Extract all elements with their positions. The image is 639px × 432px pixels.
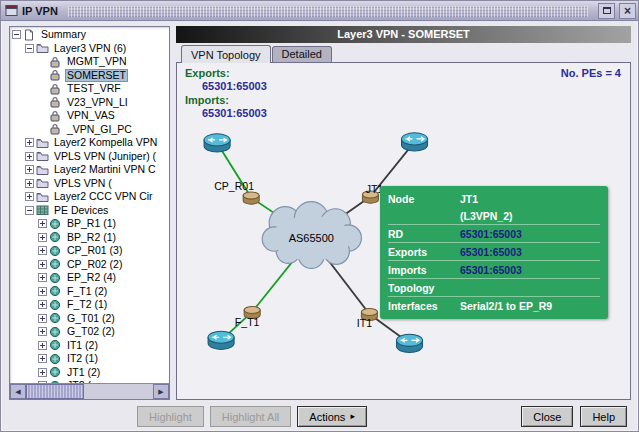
pe-device-icon [49, 245, 62, 257]
pe-router-icon[interactable] [396, 334, 422, 352]
tree-item[interactable]: Layer2 Martini VPN C [10, 163, 169, 177]
pe-device-icon [49, 339, 62, 351]
tree-item[interactable]: Layer2 CCC VPN Cir [10, 190, 169, 204]
tree-expand-icon[interactable] [38, 300, 47, 309]
tree-item-label[interactable]: F_T2 (1) [65, 298, 109, 311]
titlebar-close-button[interactable]: × [619, 3, 636, 19]
tree-item-label[interactable]: CP_R01 (3) [65, 244, 124, 257]
tree-item[interactable]: VPN_VAS [10, 109, 169, 123]
tree-item[interactable]: CP_R01 (3) [10, 244, 169, 258]
tree-item-label[interactable]: G_T01 (2) [65, 312, 117, 325]
tree-item-label[interactable]: EP_R2 (4) [65, 271, 118, 284]
tree-item[interactable]: Layer3 VPN (6) [10, 42, 169, 56]
tree-item[interactable]: SOMERSET [10, 69, 169, 83]
tree-expand-icon[interactable] [38, 273, 47, 282]
tree-item-label[interactable]: F_T1 (2) [65, 285, 109, 298]
tree-expand-icon[interactable] [38, 260, 47, 269]
tree-item-label[interactable]: VPLS VPN (Juniper) ( [52, 150, 158, 163]
tree-item[interactable]: BP_R1 (1) [10, 217, 169, 231]
help-button[interactable]: Help [580, 406, 627, 427]
tree-item-label[interactable]: TEST_VRF [65, 82, 123, 95]
tab-vpn-topology[interactable]: VPN Topology [181, 45, 271, 63]
vpn-lock-icon [49, 110, 62, 122]
tree-collapse-icon[interactable] [12, 30, 21, 39]
tree-item[interactable]: BP_R2 (1) [10, 231, 169, 245]
maximize-button[interactable] [598, 3, 615, 19]
tree-expand-icon[interactable] [38, 354, 47, 363]
tab-detailed[interactable]: Detailed [272, 46, 332, 62]
tree-expand-icon[interactable] [25, 152, 34, 161]
tree-item-label[interactable]: _VPN_GI_PC [65, 123, 134, 136]
tree-expand-icon[interactable] [38, 246, 47, 255]
tree-item[interactable]: Layer2 Kompella VPN [10, 136, 169, 150]
tree-expand-icon[interactable] [25, 192, 34, 201]
tree-item-label[interactable]: IT1 (2) [65, 339, 100, 352]
tree-item-label[interactable]: BP_R1 (1) [65, 217, 118, 230]
scroll-left-button[interactable]: ◀ [10, 384, 26, 399]
tree-item[interactable]: F_T2 (1) [10, 298, 169, 312]
tree-item[interactable]: G_T01 (2) [10, 312, 169, 326]
tree-item-label[interactable]: IT2 (1) [65, 352, 100, 365]
tree-item-label[interactable]: Summary [39, 28, 88, 41]
tree-item[interactable]: VPLS VPN ( [10, 177, 169, 191]
tree-expand-icon[interactable] [38, 314, 47, 323]
pe-router-icon[interactable] [208, 331, 234, 349]
pe-router-icon[interactable] [204, 134, 230, 152]
tree-item[interactable]: JT1 (2) [10, 366, 169, 380]
tree-item[interactable]: PE Devices [10, 204, 169, 218]
tree-expand-icon[interactable] [25, 165, 34, 174]
tree-item[interactable]: CP_R02 (2) [10, 258, 169, 272]
tree-item-label[interactable]: BP_R2 (1) [65, 231, 118, 244]
scrollbar-thumb[interactable] [26, 384, 84, 399]
tree-item-label[interactable]: Layer3 VPN (6) [52, 42, 128, 55]
tree-expand-icon[interactable] [38, 233, 47, 242]
highlight-button[interactable]: Highlight [137, 406, 204, 427]
tree-item-label[interactable]: SOMERSET [65, 69, 128, 82]
tree-item-label[interactable]: MGMT_VPN [65, 55, 129, 68]
tree-item[interactable]: V23_VPN_LI [10, 96, 169, 110]
tree-item-label[interactable]: PE Devices [52, 204, 110, 217]
ce-router-icon[interactable] [243, 192, 259, 204]
tree-item[interactable]: Summary [10, 28, 169, 42]
highlight-all-button[interactable]: Highlight All [210, 406, 291, 427]
tree-item-label[interactable]: Layer2 CCC VPN Cir [52, 190, 155, 203]
tree-item[interactable]: IT1 (2) [10, 339, 169, 353]
tree-expand-icon[interactable] [38, 327, 47, 336]
titlebar-bumps [68, 6, 588, 17]
tree-item[interactable]: TEST_VRF [10, 82, 169, 96]
tree-expand-icon[interactable] [38, 368, 47, 377]
tree-item-label[interactable]: VPLS VPN ( [52, 177, 114, 190]
imports-value: 65301:65003 [185, 107, 267, 120]
tree-collapse-icon[interactable] [25, 206, 34, 215]
document-icon [23, 29, 36, 41]
tree-expand-icon[interactable] [25, 179, 34, 188]
tree-item[interactable]: MGMT_VPN [10, 55, 169, 69]
tooltip-row-label: Exports [388, 246, 460, 258]
titlebar[interactable]: IP VPN × [1, 1, 638, 21]
tree-item-label[interactable]: VPN_VAS [65, 109, 117, 122]
scrollbar-track[interactable] [26, 384, 153, 399]
close-button[interactable]: Close [521, 406, 573, 427]
tree-item[interactable]: G_T02 (2) [10, 325, 169, 339]
tree-item[interactable]: VPLS VPN (Juniper) ( [10, 150, 169, 164]
tree-item[interactable]: _VPN_GI_PC [10, 123, 169, 137]
tree-item[interactable]: EP_R2 (4) [10, 271, 169, 285]
tree-expand-icon[interactable] [38, 219, 47, 228]
as-cloud[interactable]: AS65500 [262, 202, 361, 269]
tree-item-label[interactable]: Layer2 Kompella VPN [52, 136, 159, 149]
tree-expand-icon[interactable] [38, 287, 47, 296]
tree-item[interactable]: F_T1 (2) [10, 285, 169, 299]
pe-router-icon[interactable] [401, 133, 427, 151]
tree-expand-icon[interactable] [38, 341, 47, 350]
tree-item-label[interactable]: JT1 (2) [65, 366, 102, 379]
tree-item-label[interactable]: V23_VPN_LI [65, 96, 130, 109]
tree-item[interactable]: IT2 (1) [10, 352, 169, 366]
tree-item-label[interactable]: G_T02 (2) [65, 325, 117, 338]
tree-item-label[interactable]: Layer2 Martini VPN C [52, 163, 158, 176]
ip-vpn-window: IP VPN × SummaryLayer3 VPN (6)MGMT_VPNSO… [0, 0, 639, 432]
tree-item-label[interactable]: CP_R02 (2) [65, 258, 124, 271]
tree-expand-icon[interactable] [25, 138, 34, 147]
scroll-right-button[interactable]: ▶ [153, 384, 169, 399]
actions-button[interactable]: Actions ▸ [297, 406, 367, 427]
tree-collapse-icon[interactable] [25, 44, 34, 53]
